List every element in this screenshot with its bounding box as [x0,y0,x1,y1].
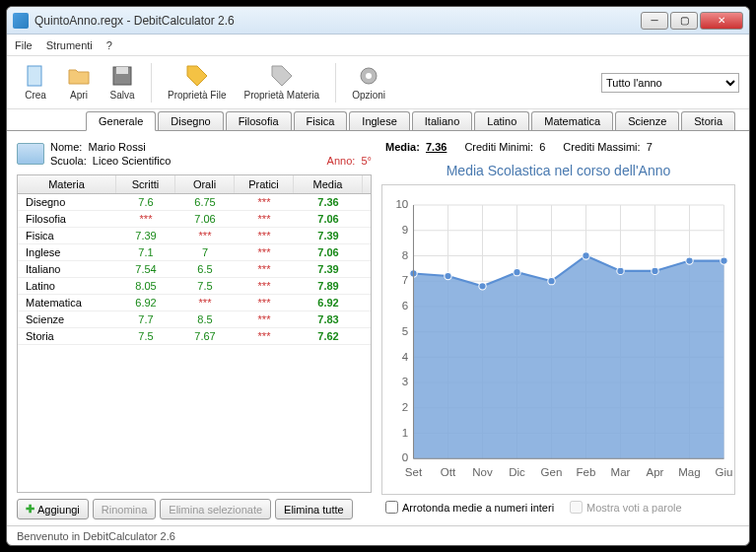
svg-text:Mag: Mag [678,466,700,478]
svg-point-54 [652,267,658,274]
elimina-tutte-button[interactable]: Elimina tutte [275,499,353,519]
svg-text:8: 8 [402,249,408,261]
col-scritti[interactable]: Scritti [116,175,175,193]
app-window: QuintoAnno.regx - DebitCalculator 2.6 ─ … [6,6,750,546]
period-select-wrap: Tutto l'anno [601,73,739,93]
col-pratici[interactable]: Pratici [235,175,294,193]
opzioni-button[interactable]: Opzioni [346,62,391,103]
period-select[interactable]: Tutto l'anno [601,73,739,93]
tab-inglese[interactable]: Inglese [349,111,409,130]
scuola-label: Scuola: [50,155,87,167]
tag-icon [185,64,209,88]
tab-matematica[interactable]: Matematica [531,111,613,130]
crea-button[interactable]: Crea [17,62,54,103]
svg-text:3: 3 [402,376,408,387]
chart-options: Arrotonda medie a numeri interi Mostra v… [378,495,739,519]
tab-latino[interactable]: Latino [474,111,529,130]
table-row[interactable]: Fisica7.39******7.39 [18,228,371,244]
svg-point-48 [445,272,451,279]
menu-strumenti[interactable]: Strumenti [46,39,93,51]
arrotonda-check[interactable]: Arrotonda medie a numeri interi [385,501,554,514]
table-row[interactable]: Inglese7.17***7.06 [18,244,371,261]
svg-text:Feb: Feb [577,466,596,478]
col-materia[interactable]: Materia [18,175,116,193]
scuola-value: Liceo Scientifico [93,155,172,167]
svg-point-51 [548,278,555,285]
tag-grey-icon [270,64,294,88]
prop-materia-button[interactable]: Proprietà Materia [238,62,325,103]
menu-help[interactable]: ? [106,39,112,51]
tab-scienze[interactable]: Scienze [615,111,679,130]
statusbar: Benvenuto in DebitCalculator 2.6 [7,525,749,545]
svg-text:7: 7 [402,274,408,286]
menubar: File Strumenti ? [7,34,749,56]
grades-table: Materia Scritti Orali Pratici Media Dise… [17,174,372,493]
table-row[interactable]: Matematica6.92******6.92 [18,295,371,311]
salva-button[interactable]: Salva [103,62,141,103]
svg-text:Ott: Ott [441,466,456,478]
table-buttons: ✚Aggiungi Rinomina Elimina selezionate E… [17,499,372,519]
svg-text:Giu: Giu [716,466,733,478]
media-label: Media: [385,141,420,153]
col-media[interactable]: Media [294,175,363,193]
svg-text:0: 0 [402,451,408,463]
crediti-max-value: 7 [647,141,653,153]
svg-point-56 [721,257,727,264]
svg-text:9: 9 [402,224,408,236]
close-button[interactable]: ✕ [700,12,743,30]
tab-italiano[interactable]: Italiano [412,111,472,130]
tab-generale[interactable]: Generale [86,111,156,131]
prop-file-button[interactable]: Proprietà File [162,62,232,103]
svg-text:6: 6 [402,300,408,311]
aggiungi-button[interactable]: ✚Aggiungi [17,499,89,519]
titlebar[interactable]: QuintoAnno.regx - DebitCalculator 2.6 ─ … [7,7,749,34]
folder-open-icon [67,64,91,88]
table-row[interactable]: Italiano7.546.5***7.39 [18,261,371,278]
elimina-sel-button[interactable]: Elimina selezionate [160,499,271,519]
nome-value: Mario Rossi [89,141,146,153]
right-panel: Media: 7.36 Crediti Minimi: 6 Crediti Ma… [378,137,739,519]
toolbar: Crea Apri Salva Proprietà File Proprietà… [7,56,749,109]
chart-title: Media Scolastica nel corso dell'Anno [378,157,739,184]
svg-text:Gen: Gen [541,466,563,478]
parole-check[interactable]: Mostra voti a parole [570,501,682,514]
maximize-button[interactable]: ▢ [670,12,698,30]
grades-header: Materia Scritti Orali Pratici Media [18,175,371,194]
student-info: Nome: Mario Rossi Scuola: Liceo Scientif… [17,137,372,171]
id-card-icon [17,143,44,165]
tab-filosofia[interactable]: Filosofia [226,111,292,130]
svg-text:Mar: Mar [611,466,631,478]
table-row[interactable]: Latino8.057.5***7.89 [18,278,371,295]
tab-fisica[interactable]: Fisica [294,111,348,130]
app-icon [13,13,29,29]
svg-point-55 [686,257,693,264]
svg-point-52 [583,252,589,259]
chart-svg: 012345678910SetOttNovDicGenFebMarAprMagG… [382,185,734,494]
left-panel: Nome: Mario Rossi Scuola: Liceo Scientif… [17,137,372,519]
menu-file[interactable]: File [15,39,33,51]
table-row[interactable]: Disegno7.66.75***7.36 [18,194,371,211]
chart-area: 012345678910SetOttNovDicGenFebMarAprMagG… [381,184,735,495]
crediti-min-label: Crediti Minimi: [464,141,533,153]
tab-storia[interactable]: Storia [681,111,735,130]
crediti-min-value: 6 [539,141,545,153]
table-row[interactable]: Filosofia***7.06***7.06 [18,211,371,228]
col-orali[interactable]: Orali [175,175,235,193]
svg-text:2: 2 [402,401,408,413]
apri-button[interactable]: Apri [60,62,98,103]
svg-text:4: 4 [402,351,409,363]
svg-text:Nov: Nov [472,466,493,478]
table-row[interactable]: Storia7.57.67***7.62 [18,328,371,345]
new-file-icon [24,64,47,88]
svg-rect-2 [116,67,128,74]
svg-text:Set: Set [405,466,423,478]
svg-text:1: 1 [402,427,408,439]
rinomina-button[interactable]: Rinomina [93,499,156,519]
tab-disegno[interactable]: Disegno [158,111,223,130]
svg-text:5: 5 [402,325,408,337]
svg-text:Apr: Apr [647,466,664,478]
crediti-max-label: Crediti Massimi: [563,141,640,153]
window-title: QuintoAnno.regx - DebitCalculator 2.6 [34,14,641,28]
minimize-button[interactable]: ─ [641,12,668,30]
table-row[interactable]: Scienze7.78.5***7.83 [18,311,371,328]
